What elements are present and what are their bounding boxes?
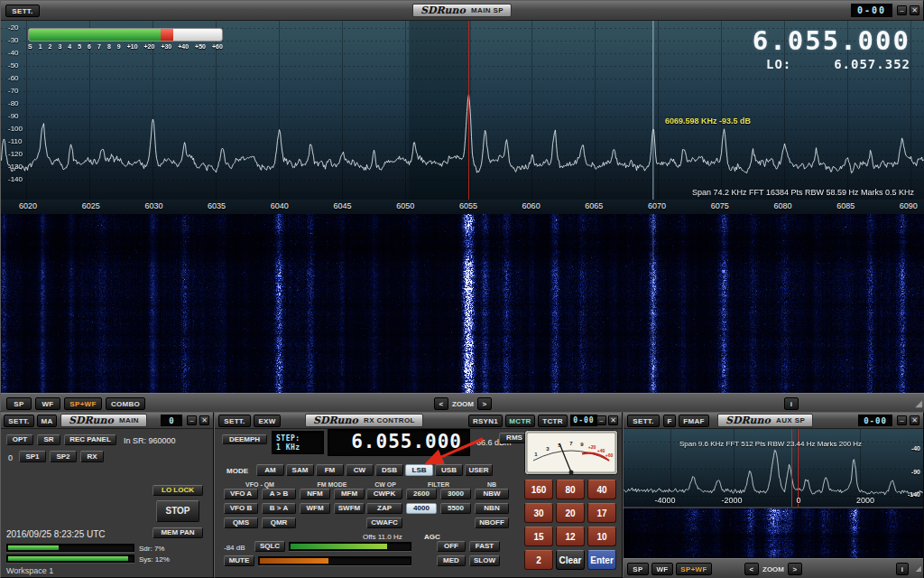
mute-button[interactable]: MUTE — [224, 555, 254, 566]
nbw-button[interactable]: NBW — [475, 489, 509, 499]
aux-settings-button[interactable]: SETT. — [627, 415, 660, 427]
rsyn1-button[interactable]: RSYN1 — [468, 415, 503, 427]
swfm-button[interactable]: SWFM — [334, 503, 365, 514]
cwafc-button[interactable]: CWAFC — [366, 517, 402, 528]
aux-zoom-in-button[interactable]: > — [788, 563, 802, 575]
aux-waterfall-canvas[interactable] — [624, 508, 923, 558]
info-button[interactable]: i — [784, 397, 799, 410]
rx-close-button[interactable]: ✕ — [608, 415, 618, 425]
keypad-btn-30[interactable]: 30 — [524, 503, 553, 523]
mode-button-lsb[interactable]: LSB — [405, 464, 433, 476]
rx-button[interactable]: RX — [80, 451, 104, 462]
aux-sp-view-button[interactable]: SP — [627, 563, 649, 575]
mode-button-cw[interactable]: CW — [346, 464, 374, 476]
vfo-b-button[interactable]: VFO B — [224, 503, 258, 514]
sp2-button[interactable]: SP2 — [50, 451, 77, 462]
aux-resize-grip-icon[interactable]: ◢ — [916, 564, 921, 573]
main-titlebar[interactable]: SETT. MA SDRuno MAIN 0 – ✕ — [1, 413, 213, 429]
filter-button-5500[interactable]: 5500 — [440, 503, 471, 514]
stop-button[interactable]: STOP — [156, 500, 199, 522]
cwpk-button[interactable]: CWPK — [366, 489, 402, 499]
filter-button-2600[interactable]: 2600 — [406, 489, 437, 499]
aux-wf-view-button[interactable]: WF — [651, 563, 673, 575]
keypad-btn-40[interactable]: 40 — [587, 480, 616, 499]
agc-med-button[interactable]: MED — [437, 555, 466, 566]
filter-button-4000[interactable]: 4000 — [406, 503, 437, 514]
aux-zoom-out-button[interactable]: < — [744, 563, 759, 575]
main-settings-button[interactable]: SETT. — [4, 415, 34, 427]
tctr-button[interactable]: TCTR — [538, 415, 568, 427]
nbn-button[interactable]: NBN — [475, 503, 509, 514]
resize-grip-icon[interactable]: ◢ — [915, 399, 922, 408]
mctr-button[interactable]: MCTR — [505, 415, 535, 427]
agc-slow-button[interactable]: SLOW — [469, 555, 500, 566]
aux-minimize-button[interactable]: – — [897, 415, 907, 425]
vfo-a-button[interactable]: VFO A — [224, 489, 258, 499]
main-waterfall-canvas[interactable] — [1, 214, 924, 393]
aux-close-button[interactable]: ✕ — [910, 415, 919, 425]
nboff-button[interactable]: NBOFF — [475, 517, 509, 528]
wfm-button[interactable]: WFM — [300, 503, 330, 514]
qmr-button[interactable]: QMR — [262, 517, 296, 528]
keypad-btn-2[interactable]: 2 — [524, 550, 553, 570]
main-sp-close-button[interactable]: ✕ — [910, 5, 919, 15]
rx-minimize-button[interactable]: – — [596, 415, 606, 425]
fmaf-button[interactable]: FMAF — [679, 415, 709, 427]
mode-button-am[interactable]: AM — [256, 464, 284, 476]
mode-button-sam[interactable]: SAM — [286, 464, 314, 476]
keypad-btn-160[interactable]: 160 — [524, 480, 553, 499]
volume-slider[interactable] — [258, 556, 411, 565]
keypad-btn-80[interactable]: 80 — [556, 480, 585, 499]
nfm-button[interactable]: NFM — [300, 489, 330, 499]
combo-view-button[interactable]: COMBO — [106, 397, 145, 410]
sr-button[interactable]: SR — [37, 434, 60, 445]
zoom-in-button[interactable]: > — [477, 397, 492, 410]
main-sp-settings-button[interactable]: SETT. — [5, 5, 40, 17]
a-to-b-button[interactable]: A > B — [262, 489, 296, 499]
keypad-btn-15[interactable]: 15 — [524, 527, 553, 546]
opt-button[interactable]: OPT — [6, 434, 33, 445]
mode-button-dsb[interactable]: DSB — [375, 464, 403, 476]
zap-button[interactable]: ZAP — [366, 503, 402, 514]
lo-lock-button[interactable]: LO LOCK — [152, 485, 203, 496]
squelch-slider[interactable] — [289, 542, 411, 551]
mfm-button[interactable]: MFM — [334, 489, 365, 499]
aux-titlebar[interactable]: SETT. F FMAF SDRuno AUX SP 0-00 – ✕ — [624, 413, 923, 429]
agc-off-button[interactable]: OFF — [437, 541, 466, 552]
main-close-button[interactable]: ✕ — [199, 415, 209, 425]
mode-button-usb[interactable]: USB — [435, 464, 463, 476]
ma-button[interactable]: MA — [37, 415, 57, 427]
agc-fast-button[interactable]: FAST — [469, 541, 500, 552]
exw-button[interactable]: EXW — [254, 415, 281, 427]
keypad-btn-12[interactable]: 12 — [556, 527, 585, 546]
sp-wf-view-button[interactable]: SP+WF — [64, 397, 102, 410]
aux-info-button[interactable]: i — [896, 563, 909, 575]
main-sp-minimize-button[interactable]: – — [897, 5, 907, 15]
keypad-btn-10[interactable]: 10 — [587, 527, 616, 546]
main-sp-titlebar[interactable]: SETT. SDRuno MAIN SP 0-00 – ✕ — [1, 1, 923, 21]
deemph-button[interactable]: DEEMPH — [222, 434, 267, 444]
sqlc-button[interactable]: SQLC — [254, 541, 285, 552]
mode-button-fm[interactable]: FM — [316, 464, 344, 476]
keypad-btn-clear[interactable]: Clear — [556, 550, 585, 570]
wf-view-button[interactable]: WF — [35, 397, 60, 410]
zoom-out-button[interactable]: < — [434, 397, 448, 410]
rx-settings-button[interactable]: SETT. — [218, 415, 251, 427]
step-display[interactable]: STEP: 1 KHz — [272, 431, 324, 454]
f-button[interactable]: F — [663, 415, 676, 427]
rx-titlebar[interactable]: SETT. EXW SDRuno RX CONTROL RSYN1 MCTR T… — [215, 413, 622, 429]
keypad-btn-enter[interactable]: Enter — [587, 550, 616, 570]
mode-button-user[interactable]: USER — [465, 464, 493, 476]
keypad-btn-20[interactable]: 20 — [556, 503, 585, 523]
main-minimize-button[interactable]: – — [187, 415, 197, 425]
filter-button-3000[interactable]: 3000 — [440, 489, 471, 499]
mem-pan-button[interactable]: MEM PAN — [152, 527, 203, 538]
qms-button[interactable]: QMS — [224, 517, 258, 528]
aux-sp-wf-view-button[interactable]: SP+WF — [676, 563, 712, 575]
sp1-button[interactable]: SP1 — [19, 451, 46, 462]
rx-frequency-display[interactable]: 6.055.000 — [328, 429, 470, 456]
keypad-btn-17[interactable]: 17 — [587, 503, 616, 523]
b-to-a-button[interactable]: B > A — [262, 503, 296, 514]
sp-view-button[interactable]: SP — [6, 397, 32, 410]
rec-panel-button[interactable]: REC PANEL — [64, 434, 116, 445]
